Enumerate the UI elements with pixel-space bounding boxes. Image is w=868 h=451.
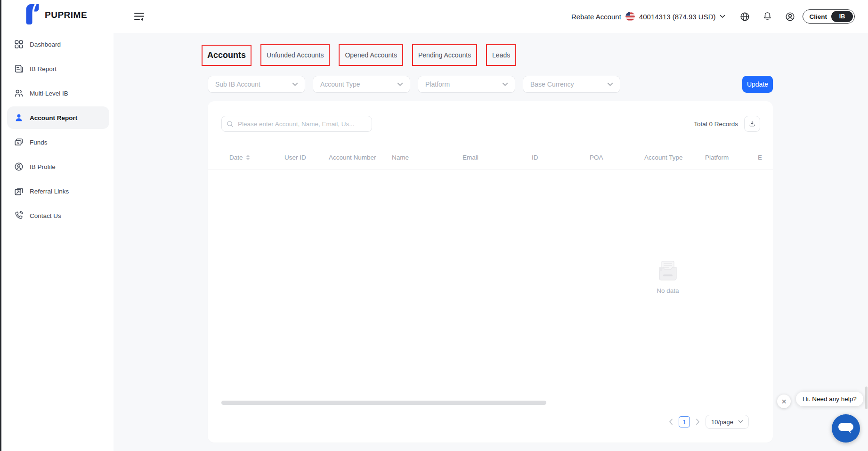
pagination: 1 10/page [669, 415, 749, 429]
sidebar: PUPRIME Dashboard IB Report [0, 0, 114, 451]
puprime-logo-icon [24, 4, 41, 26]
brand-name: PUPRIME [45, 10, 87, 20]
brand-logo[interactable]: PUPRIME [24, 4, 87, 26]
sidebar-item-label: Account Report [30, 114, 77, 121]
user-circle-icon[interactable] [785, 11, 795, 22]
column-header-email: Email [462, 154, 532, 161]
next-page-icon[interactable] [696, 419, 700, 425]
close-icon: ✕ [781, 398, 787, 405]
grid-icon [14, 39, 24, 49]
chevron-down-icon [720, 15, 725, 18]
account-type-select[interactable]: Account Type [313, 76, 410, 93]
accounts-table-card: Total 0 Records Date [208, 101, 773, 443]
sidebar-item-dashboard[interactable]: Dashboard [7, 33, 109, 56]
scrollbar-thumb[interactable] [865, 387, 868, 409]
select-placeholder: Platform [425, 81, 450, 88]
filters-row: Sub IB Account Account Type Platform Bas… [208, 76, 620, 93]
tab-opened-accounts[interactable]: Opened Accounts [339, 44, 403, 66]
tab-accounts[interactable]: Accounts [202, 45, 251, 66]
column-header-account-type: Account Type [644, 154, 705, 161]
person-icon [14, 113, 24, 123]
sidebar-item-label: Referral Links [30, 188, 69, 195]
horizontal-scrollbar-thumb[interactable] [221, 401, 546, 405]
bell-icon[interactable] [762, 11, 773, 22]
tab-unfunded-accounts[interactable]: Unfunded Accounts [260, 44, 330, 66]
main-content: Accounts Unfunded Accounts Opened Accoun… [114, 33, 868, 451]
sidebar-item-ib-report[interactable]: IB Report [7, 57, 109, 80]
profile-badge-icon [14, 161, 24, 172]
prev-page-icon[interactable] [669, 419, 673, 425]
sidebar-item-label: Funds [30, 139, 48, 146]
sidebar-item-label: Dashboard [30, 41, 61, 48]
account-type-label: Rebate Account [571, 13, 621, 21]
column-header-user-id: User ID [284, 154, 329, 161]
column-header-clipped: E [758, 154, 773, 161]
sidebar-item-account-report[interactable]: Account Report [7, 106, 109, 129]
column-header-account-number: Account Number [329, 154, 392, 161]
download-icon [748, 120, 756, 128]
page-size-select[interactable]: 10/page [706, 415, 749, 429]
chat-bubble-icon [838, 422, 854, 435]
column-header-name: Name [392, 154, 462, 161]
phone-icon [14, 210, 24, 221]
chevron-down-icon [397, 82, 403, 87]
records-row: Total 0 Records [694, 116, 760, 132]
sidebar-item-label: IB Profile [30, 163, 56, 170]
sidebar-nav: Dashboard IB Report Multi-L [7, 33, 109, 229]
role-client-label[interactable]: Client [809, 13, 827, 20]
page-size-label: 10/page [711, 419, 733, 426]
download-button[interactable] [744, 116, 760, 132]
account-switcher[interactable]: Rebate Account 40 [571, 12, 726, 21]
report-icon [14, 64, 24, 74]
chat-tooltip[interactable]: Hi. Need any help? [796, 392, 863, 406]
sidebar-item-label: Multi-Level IB [30, 90, 68, 97]
sidebar-item-contact-us[interactable]: Contact Us [7, 204, 109, 227]
chevron-down-icon [502, 82, 508, 87]
empty-box-icon [657, 274, 679, 282]
table-header-row: Date User ID Account Number Name Email I… [208, 146, 773, 169]
role-ib-pill[interactable]: IB [831, 11, 853, 22]
chat-launcher-button[interactable] [832, 414, 860, 443]
collapse-menu-icon[interactable] [133, 11, 145, 23]
platform-select[interactable]: Platform [418, 76, 515, 93]
column-header-id: ID [532, 154, 590, 161]
people-icon [14, 88, 24, 98]
page-number-button[interactable]: 1 [679, 416, 690, 427]
link-icon [14, 186, 24, 196]
svg-text:$: $ [17, 141, 19, 145]
empty-state-text: No data [649, 287, 687, 294]
chat-close-button[interactable]: ✕ [777, 395, 791, 408]
select-placeholder: Base Currency [530, 81, 574, 88]
select-placeholder: Account Type [320, 81, 360, 88]
select-placeholder: Sub IB Account [215, 81, 260, 88]
sidebar-item-label: IB Report [30, 65, 57, 72]
topbar: Rebate Account 40 [114, 0, 868, 33]
column-header-platform: Platform [705, 154, 758, 161]
search-icon [227, 121, 234, 128]
empty-state: No data [649, 260, 687, 294]
tab-pending-accounts[interactable]: Pending Accounts [412, 44, 477, 66]
total-records-label: Total 0 Records [694, 121, 738, 128]
sidebar-item-funds[interactable]: $ Funds [7, 131, 109, 153]
search-box [221, 116, 372, 132]
account-number: 40014313 (874.93 USD) [639, 13, 716, 21]
chevron-down-icon [607, 82, 613, 87]
sidebar-item-multi-level-ib[interactable]: Multi-Level IB [7, 82, 109, 105]
topbar-right: Rebate Account 40 [571, 0, 855, 33]
role-toggle[interactable]: Client IB [803, 9, 855, 24]
tabs-bar: Accounts Unfunded Accounts Opened Accoun… [202, 44, 525, 66]
chevron-down-icon [292, 82, 298, 87]
update-button[interactable]: Update [742, 76, 773, 93]
tab-leads[interactable]: Leads [486, 44, 516, 66]
chevron-down-icon [738, 420, 743, 424]
globe-icon[interactable] [739, 11, 750, 22]
sidebar-item-referral-links[interactable]: Referral Links [7, 180, 109, 202]
sidebar-item-ib-profile[interactable]: IB Profile [7, 155, 109, 178]
column-header-date[interactable]: Date [229, 154, 284, 161]
sidebar-item-label: Contact Us [30, 212, 61, 219]
sort-icon[interactable] [246, 154, 250, 161]
sub-ib-account-select[interactable]: Sub IB Account [208, 76, 305, 93]
us-flag-icon [625, 12, 635, 21]
search-input[interactable] [237, 120, 367, 128]
base-currency-select[interactable]: Base Currency [523, 76, 620, 93]
